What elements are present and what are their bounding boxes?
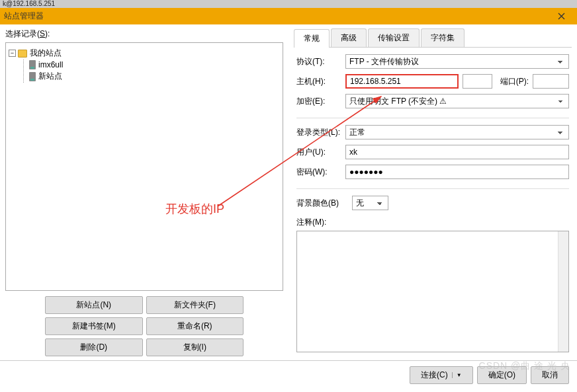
connect-button[interactable]: 连接(C) ▼ bbox=[410, 366, 473, 384]
password-input[interactable] bbox=[345, 165, 569, 179]
tree-item-label: imx6ull bbox=[38, 60, 63, 69]
tree-item-imx6ull[interactable]: imx6ull bbox=[29, 59, 280, 70]
tab-general[interactable]: 常规 bbox=[294, 29, 330, 48]
logon-type-label: 登录类型(L): bbox=[296, 127, 341, 138]
bgcolor-label: 背景颜色(B) bbox=[296, 198, 348, 209]
parent-window-title: k@192.168.5.251 bbox=[0, 0, 577, 8]
copy-button[interactable]: 复制(I) bbox=[146, 338, 244, 356]
logon-type-select[interactable]: 正常 bbox=[345, 125, 569, 139]
protocol-label: 协议(T): bbox=[296, 56, 341, 67]
new-folder-button[interactable]: 新文件夹(F) bbox=[146, 296, 244, 314]
bgcolor-select[interactable]: 无 bbox=[352, 196, 388, 210]
tree-root-label: 我的站点 bbox=[30, 48, 62, 59]
divider bbox=[296, 188, 569, 189]
titlebar: 站点管理器 bbox=[0, 8, 577, 24]
protocol-select[interactable]: FTP - 文件传输协议 bbox=[345, 54, 569, 69]
port-label: 端口(P): bbox=[500, 76, 529, 87]
server-icon bbox=[29, 72, 36, 81]
folder-icon bbox=[18, 50, 27, 58]
port-input[interactable] bbox=[533, 74, 569, 89]
scrollbar[interactable] bbox=[558, 231, 568, 352]
divider bbox=[296, 118, 569, 118]
new-bookmark-button[interactable]: 新建书签(M) bbox=[45, 317, 143, 335]
encryption-select[interactable]: 只使用明文 FTP (不安全) ⚠ bbox=[345, 94, 569, 108]
left-panel: 选择记录(S): − 我的站点 imx6ull 新站点 新站点(N) 新文 bbox=[0, 24, 288, 360]
host-label: 主机(H): bbox=[296, 76, 341, 87]
tab-charset[interactable]: 字符集 bbox=[421, 28, 465, 47]
select-record-label: 选择记录(S): bbox=[5, 28, 283, 40]
host-input[interactable] bbox=[345, 74, 459, 89]
annotation-label: 开发板的IP bbox=[165, 201, 224, 217]
comment-textarea[interactable] bbox=[296, 231, 569, 352]
tree-item-newsite[interactable]: 新站点 bbox=[29, 70, 280, 83]
comment-label: 注释(M): bbox=[296, 216, 569, 228]
user-input[interactable] bbox=[345, 145, 569, 159]
watermark: CSDN @曲 途 光 央 bbox=[479, 360, 570, 372]
tree-root[interactable]: − 我的站点 bbox=[9, 47, 280, 59]
collapse-icon[interactable]: − bbox=[9, 50, 16, 57]
window-title: 站点管理器 bbox=[4, 11, 44, 22]
tab-advanced[interactable]: 高级 bbox=[331, 28, 367, 47]
right-panel: 常规 高级 传输设置 字符集 协议(T): FTP - 文件传输协议 主机(H)… bbox=[288, 24, 577, 360]
encryption-label: 加密(E): bbox=[296, 96, 341, 107]
password-label: 密码(W): bbox=[296, 167, 341, 178]
user-label: 用户(U): bbox=[296, 147, 341, 158]
server-icon bbox=[29, 60, 36, 69]
host-extra-input[interactable] bbox=[463, 74, 492, 89]
close-icon bbox=[558, 13, 565, 20]
tabs: 常规 高级 传输设置 字符集 bbox=[294, 28, 572, 48]
chevron-down-icon: ▼ bbox=[452, 372, 462, 378]
tree-item-label: 新站点 bbox=[38, 71, 62, 82]
new-site-button[interactable]: 新站点(N) bbox=[45, 296, 143, 314]
close-button[interactable] bbox=[549, 8, 573, 24]
rename-button[interactable]: 重命名(R) bbox=[146, 317, 244, 335]
site-tree[interactable]: − 我的站点 imx6ull 新站点 bbox=[5, 42, 283, 291]
tab-transfer[interactable]: 传输设置 bbox=[368, 28, 420, 47]
delete-button[interactable]: 删除(D) bbox=[45, 338, 143, 356]
